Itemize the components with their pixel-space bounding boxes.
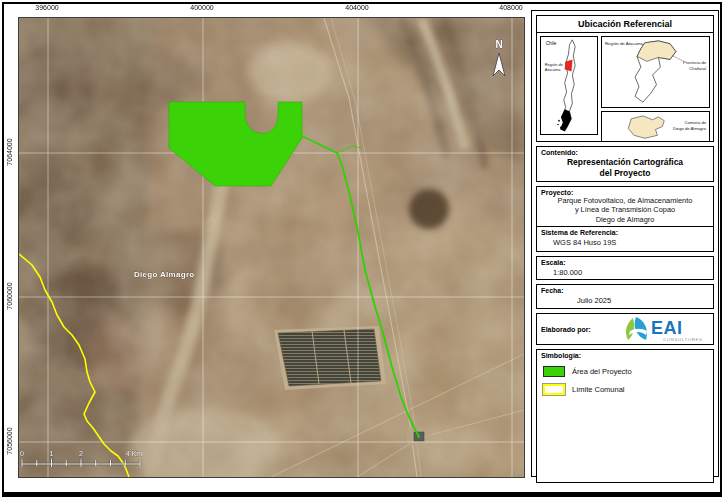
svg-text:4 Km: 4 Km — [126, 450, 143, 457]
coord-label-left: 7060000 — [6, 282, 13, 309]
project-box: Proyecto: Parque Fotovoltaico, de Almace… — [537, 187, 713, 226]
coord-label-left: 7056000 — [6, 427, 13, 454]
map-canvas: Diego Almagro N — [19, 18, 524, 477]
reference-system-value: WGS 84 Huso 19S — [541, 238, 709, 248]
reference-location-box: Ubicación Referencial Chile Región de At… — [536, 15, 714, 142]
project-line1: Parque Fotovoltaico, de Almacenamiento — [541, 196, 709, 205]
chile-atacama-highlight — [565, 60, 573, 71]
coord-label-top: 404000 — [345, 4, 368, 11]
content-box: Contenido: Representación Cartográfica d… — [536, 146, 714, 182]
comuna-area — [628, 116, 664, 138]
coord-label-left: 7064000 — [6, 138, 13, 165]
svg-text:0: 0 — [20, 450, 24, 457]
svg-text:EAI: EAI — [651, 318, 683, 338]
scale-box: Escala: 1:80.000 — [536, 256, 714, 281]
author-label: Elaborado por: — [541, 326, 591, 333]
reference-location-title: Ubicación Referencial — [537, 16, 713, 33]
inset-maps: Chile Región de Atacama Región de Atacam… — [537, 33, 713, 136]
inset-map-atacama-region: Región de Atacama Provincia de Chañaral — [601, 36, 710, 108]
dark-hill — [409, 189, 449, 229]
content-title-line2: del Proyecto — [541, 168, 709, 179]
scale-value: 1:80.000 — [541, 268, 709, 278]
existing-solar-farm — [274, 326, 386, 390]
svg-text:CONSULTORES: CONSULTORES — [663, 337, 703, 342]
svg-text:Comuna de: Comuna de — [684, 120, 706, 125]
satellite-terrain — [19, 18, 524, 477]
legend-label: Simbología: — [541, 352, 709, 359]
inset-map-chile: Chile Región de Atacama — [540, 36, 598, 135]
project-line2: y Línea de Transmisión Copao — [541, 205, 709, 214]
project-reference-box: Proyecto: Parque Fotovoltaico, de Almace… — [536, 186, 714, 252]
coord-label-top: 396000 — [35, 4, 58, 11]
date-box: Fecha: Julio 2025 — [536, 284, 714, 309]
date-value: Julio 2025 — [541, 296, 709, 306]
svg-text:Provincia de: Provincia de — [683, 60, 707, 65]
place-label: Diego Almagro — [134, 270, 195, 279]
coord-label-top: 400000 — [190, 4, 213, 11]
coord-label-top: 408000 — [499, 4, 522, 11]
svg-text:N: N — [495, 39, 502, 50]
legend-box: Simbología: Área del Proyecto Límite Com… — [536, 349, 714, 483]
svg-text:Diego de Almagro: Diego de Almagro — [673, 126, 707, 131]
project-area-swatch — [543, 366, 565, 377]
communal-limit-swatch — [543, 384, 565, 395]
svg-text:1: 1 — [50, 450, 54, 457]
date-label: Fecha: — [541, 287, 709, 294]
legend-item-project-area: Área del Proyecto — [543, 366, 707, 377]
author-box: Elaborado por: EAI CONSULTORES — [536, 313, 714, 345]
reference-system-box: Sistema de Referencia: WGS 84 Huso 19S — [537, 226, 713, 251]
legend-item-communal-limit: Límite Comunal — [543, 384, 707, 395]
svg-text:Chile: Chile — [546, 41, 557, 46]
svg-text:Región de Atacama: Región de Atacama — [605, 41, 644, 46]
map-layout-page: Diego Almagro N — [0, 0, 724, 499]
project-label: Proyecto: — [541, 189, 709, 196]
info-panel: Ubicación Referencial Chile Región de At… — [531, 10, 719, 477]
project-line3: Diego de Almagro — [541, 215, 709, 224]
legend-item-label: Área del Proyecto — [572, 367, 632, 376]
svg-text:Chañaral: Chañaral — [689, 66, 706, 71]
content-title-line1: Representación Cartográfica — [541, 157, 709, 168]
svg-text:2: 2 — [79, 450, 83, 457]
svg-text:Atacama: Atacama — [545, 67, 562, 72]
map-viewport: Diego Almagro N — [18, 17, 525, 478]
scale-label: Escala: — [541, 259, 709, 266]
eai-consultores-logo: EAI CONSULTORES — [623, 315, 709, 343]
content-label: Contenido: — [541, 149, 709, 156]
legend-item-label: Límite Comunal — [572, 385, 625, 394]
reference-system-label: Sistema de Referencia: — [541, 229, 709, 236]
inset-map-comuna: Comuna de Diego de Almagro — [601, 111, 710, 142]
